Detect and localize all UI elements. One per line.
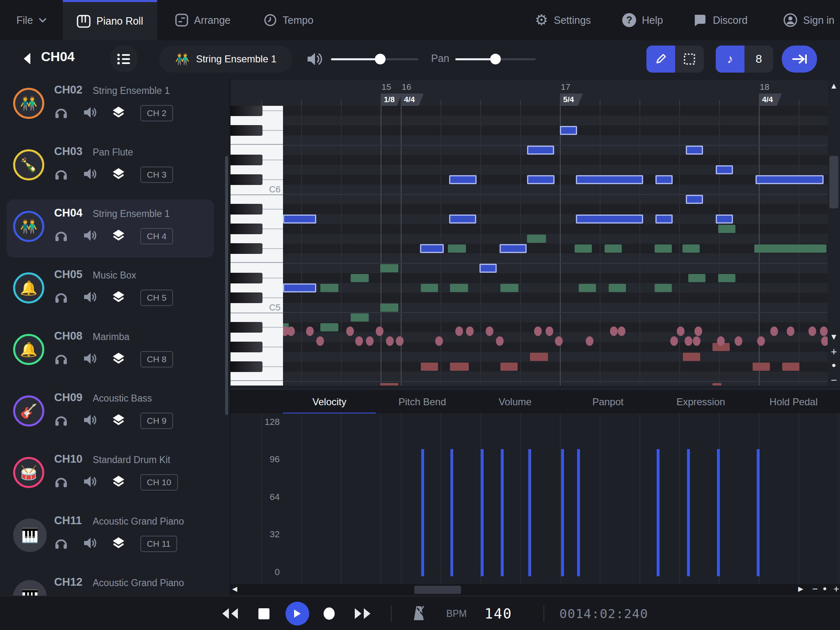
midi-note-ghost-green[interactable] [605, 244, 622, 253]
layers-icon[interactable] [112, 352, 126, 367]
note-grid[interactable] [283, 106, 840, 386]
back-button[interactable] [21, 52, 32, 67]
drum-hit-dot[interactable] [820, 326, 828, 336]
channel-item-ch09[interactable]: 🎸CH09Acoustic BassCH 9 [0, 388, 231, 450]
midi-note-selected-track[interactable] [283, 215, 316, 224]
drum-hit-dot[interactable] [586, 336, 593, 346]
drum-hit-dot[interactable] [355, 336, 363, 346]
discord-button[interactable]: Discord [693, 0, 748, 40]
midi-note-selected-track[interactable] [479, 264, 497, 273]
velocity-bar[interactable] [577, 449, 580, 576]
midi-note-ghost-green[interactable] [682, 244, 700, 253]
vertical-scrollbar[interactable]: ▲ ▼ + ● − [828, 80, 840, 386]
black-key[interactable] [231, 273, 262, 283]
drum-hit-dot[interactable] [534, 326, 542, 336]
midi-note-ghost-green[interactable] [351, 274, 369, 282]
midi-note-ghost-red[interactable] [450, 363, 469, 371]
channel-item-ch05[interactable]: 🔔CH05Music BoxCH 5 [0, 265, 231, 326]
drum-hit-dot[interactable] [770, 326, 778, 336]
layers-icon[interactable] [112, 536, 126, 552]
midi-note-ghost-red-thin[interactable] [380, 383, 398, 386]
midi-note-ghost-red[interactable] [782, 363, 799, 371]
drum-hit-dot[interactable] [376, 326, 383, 336]
midi-note-ghost-green[interactable] [380, 304, 398, 312]
midi-note-ghost-green[interactable] [527, 235, 546, 243]
solo-headphones-icon[interactable] [54, 475, 68, 490]
midi-note-selected-track[interactable] [283, 283, 316, 292]
black-key[interactable] [231, 125, 262, 136]
note-duration-button[interactable]: ♪ [716, 46, 744, 73]
layers-icon[interactable] [112, 167, 126, 183]
black-key[interactable] [231, 224, 262, 234]
midi-note-ghost-red-thin[interactable] [712, 383, 721, 386]
track-list-button[interactable] [110, 46, 138, 73]
midi-note-ghost-green[interactable] [688, 274, 705, 282]
midi-note-selected-track[interactable] [686, 195, 703, 204]
layers-icon[interactable] [112, 105, 126, 121]
midi-note-selected-track[interactable] [686, 146, 703, 155]
midi-note-ghost-green[interactable] [718, 274, 735, 282]
layers-icon[interactable] [112, 290, 126, 306]
solo-headphones-icon[interactable] [54, 105, 68, 121]
midi-note-selected-track[interactable] [655, 175, 673, 184]
horizontal-scrollbar-thumb[interactable] [414, 586, 461, 594]
control-tab-pitch-bend[interactable]: Pitch Bend [376, 390, 468, 414]
settings-button[interactable]: ⚙ Settings [535, 0, 591, 40]
timeline-ruler[interactable]: 151/8164/4175/4184/4 [231, 80, 840, 106]
time-signature-badge[interactable]: 4/4 [401, 94, 424, 106]
drum-hit-dot[interactable] [610, 326, 618, 336]
horizontal-scrollbar[interactable]: ◀ ▶ − ● + [231, 584, 840, 596]
scroll-down-icon[interactable]: ▼ [828, 332, 840, 342]
drum-hit-dot[interactable] [670, 336, 678, 346]
bpm-value[interactable]: 140 [476, 596, 521, 630]
mute-speaker-icon[interactable] [83, 475, 97, 490]
metronome-toggle[interactable] [410, 596, 429, 630]
black-key[interactable] [231, 155, 262, 165]
volume-slider-thumb[interactable] [375, 54, 386, 64]
drum-hit-dot[interactable] [435, 336, 443, 346]
zoom-in-horizontal-icon[interactable]: + [833, 583, 839, 595]
mute-speaker-icon[interactable] [83, 228, 97, 244]
fast-forward-button[interactable] [352, 596, 374, 630]
midi-note-ghost-green[interactable] [579, 284, 596, 292]
drum-hit-dot[interactable] [396, 336, 404, 346]
drum-hit-dot[interactable] [677, 326, 685, 336]
drum-hit-dot[interactable] [555, 336, 563, 346]
mute-speaker-icon[interactable] [83, 536, 97, 552]
solo-headphones-icon[interactable] [54, 536, 68, 552]
midi-note-ghost-green[interactable] [421, 284, 438, 292]
midi-note-ghost-red[interactable] [421, 363, 438, 371]
layers-icon[interactable] [112, 413, 126, 429]
velocity-bar[interactable] [481, 449, 484, 576]
selection-tool-button[interactable] [675, 46, 704, 73]
midi-note-selected-track[interactable] [576, 175, 643, 184]
tab-arrange[interactable]: Arrange [175, 0, 231, 40]
mute-speaker-icon[interactable] [83, 352, 97, 367]
channel-item-ch08[interactable]: 🔔CH08MarimbaCH 8 [0, 326, 231, 388]
solo-headphones-icon[interactable] [54, 167, 68, 183]
midi-note-selected-track[interactable] [716, 165, 733, 174]
velocity-bar[interactable] [717, 449, 720, 576]
channel-item-ch04[interactable]: 👬CH04String Ensemble 1CH 4 [0, 203, 231, 265]
mute-speaker-icon[interactable] [83, 290, 97, 306]
channel-item-ch03[interactable]: 🍾CH03Pan FluteCH 3 [0, 142, 231, 203]
vertical-scrollbar-thumb[interactable] [829, 156, 838, 208]
pan-slider-thumb[interactable] [490, 54, 501, 64]
midi-note-selected-track[interactable] [756, 175, 824, 184]
drum-hit-dot[interactable] [546, 326, 553, 336]
file-menu[interactable]: File [16, 0, 47, 40]
drum-hit-dot[interactable] [685, 336, 692, 346]
tab-tempo[interactable]: Tempo [264, 0, 313, 40]
play-button[interactable] [285, 596, 309, 630]
layers-icon[interactable] [112, 228, 126, 244]
midi-note-ghost-green[interactable] [450, 284, 468, 292]
velocity-bar[interactable] [757, 449, 760, 576]
control-tab-hold-pedal[interactable]: Hold Pedal [747, 390, 840, 414]
midi-note-ghost-green[interactable] [500, 284, 518, 292]
velocity-bar[interactable] [561, 449, 564, 576]
black-key[interactable] [231, 292, 262, 303]
midi-note-ghost-red[interactable] [683, 353, 700, 361]
midi-note-ghost-green[interactable] [448, 244, 466, 253]
pan-slider[interactable] [455, 52, 536, 66]
solo-headphones-icon[interactable] [54, 228, 68, 244]
